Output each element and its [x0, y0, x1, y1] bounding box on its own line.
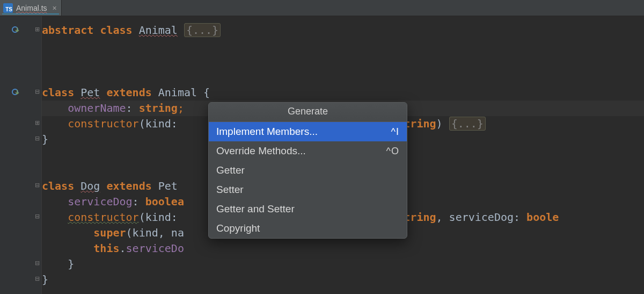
code-line: this.serviceDo — [42, 241, 644, 256]
code-line: } — [42, 272, 644, 288]
popup-item-label: Getter — [216, 164, 245, 176]
gutter: ⊞ ⊟ ⊞ ⊟ ⊟ ⊟ ⊟ ⊟ — [0, 16, 42, 294]
popup-item[interactable]: Getter and Setter — [209, 199, 407, 219]
override-gutter-icon[interactable] — [12, 87, 21, 97]
popup-item[interactable]: Override Methods...^O — [209, 141, 407, 161]
popup-item-label: Getter and Setter — [216, 203, 295, 215]
popup-item-shortcut: ^O — [386, 146, 399, 157]
popup-item-label: Setter — [216, 184, 244, 196]
popup-item-label: Override Methods... — [216, 145, 306, 157]
code-line — [42, 69, 644, 85]
code-line — [42, 54, 644, 69]
popup-item[interactable]: Setter — [209, 180, 407, 199]
ts-file-icon: TS — [3, 3, 13, 13]
popup-item-label: Copyright — [216, 223, 260, 234]
popup-item-label: Implement Members... — [216, 126, 318, 138]
popup-item-shortcut: ^I — [391, 126, 399, 138]
override-gutter-icon[interactable] — [12, 25, 21, 34]
file-tab[interactable]: TS Animal.ts × — [0, 0, 62, 16]
popup-title: Generate — [209, 103, 407, 122]
fold-end-icon[interactable]: ⊟ — [34, 260, 40, 266]
code-line — [42, 38, 644, 54]
popup-item[interactable]: Copyright — [209, 219, 407, 238]
code-line: abstract class Animal {...} — [42, 23, 644, 38]
close-icon[interactable]: × — [53, 4, 57, 12]
fold-icon[interactable]: ⊟ — [34, 88, 40, 95]
fold-icon[interactable]: ⊞ — [34, 26, 40, 32]
fold-icon[interactable]: ⊞ — [34, 119, 40, 126]
tab-bar: TS Animal.ts × — [0, 0, 644, 16]
code-line: class Pet extends Animal { — [42, 85, 644, 101]
fold-icon[interactable]: ⊟ — [34, 182, 40, 188]
fold-icon[interactable]: ⊟ — [34, 213, 40, 219]
popup-item[interactable]: Implement Members...^I — [209, 122, 407, 141]
generate-popup: Generate Implement Members...^IOverride … — [208, 102, 407, 239]
fold-end-icon[interactable]: ⊟ — [34, 275, 40, 282]
tab-filename: Animal.ts — [16, 4, 47, 12]
popup-item[interactable]: Getter — [209, 161, 407, 180]
fold-end-icon[interactable]: ⊟ — [34, 135, 40, 141]
code-line: } — [42, 256, 644, 272]
